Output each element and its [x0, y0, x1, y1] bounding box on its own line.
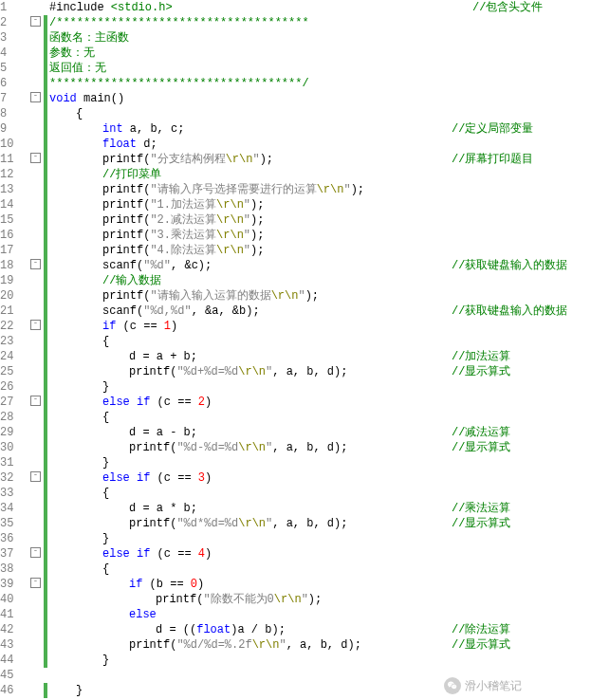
code-line[interactable]: d = a * b;//乘法运算: [47, 501, 591, 516]
line-number: 43: [0, 637, 30, 653]
line-number: 21: [0, 304, 30, 319]
line-number: 46: [0, 683, 30, 698]
inline-comment: //除法运算: [452, 622, 510, 637]
fold-toggle-icon[interactable]: -: [30, 319, 44, 334]
code-line[interactable]: 返回值：无: [47, 61, 591, 76]
line-number: 20: [0, 288, 30, 304]
code-line[interactable]: 函数名：主函数: [47, 30, 591, 46]
fold-gutter-cell: [30, 30, 44, 46]
fold-toggle-icon[interactable]: -: [30, 577, 44, 592]
code-line[interactable]: }: [47, 455, 591, 470]
code-line[interactable]: d = ((float)a / b);//除法运算: [47, 622, 591, 637]
line-number: 17: [0, 243, 30, 258]
fold-toggle-icon[interactable]: -: [30, 258, 44, 273]
code-line[interactable]: else if (c == 4): [47, 546, 591, 562]
code-line[interactable]: else: [47, 607, 591, 622]
line-number: 32: [0, 470, 30, 486]
line-number: 41: [0, 607, 30, 622]
code-line[interactable]: float d;: [47, 137, 591, 152]
line-number: 6: [0, 76, 30, 91]
inline-comment: //屏幕打印题目: [452, 152, 533, 167]
line-number: 1: [0, 0, 30, 15]
fold-gutter-cell: [30, 61, 44, 76]
code-line[interactable]: printf("3.乘法运算\r\n");: [47, 228, 591, 243]
code-line[interactable]: //打印菜单: [47, 167, 591, 182]
line-number: 42: [0, 622, 30, 637]
line-number: 16: [0, 228, 30, 243]
inline-comment: //显示算式: [452, 637, 510, 653]
line-number: 12: [0, 167, 30, 182]
wechat-icon: [444, 677, 461, 694]
line-number: 2: [0, 15, 30, 30]
fold-gutter-cell: [30, 637, 44, 653]
inline-comment: //包含头文件: [472, 0, 543, 15]
fold-toggle-icon[interactable]: -: [30, 470, 44, 486]
code-line[interactable]: }: [47, 653, 591, 668]
code-line[interactable]: {: [47, 106, 591, 121]
inline-comment: //显示算式: [452, 516, 510, 531]
fold-toggle-icon[interactable]: -: [30, 15, 44, 30]
fold-gutter: ---------: [30, 0, 44, 698]
code-line[interactable]: #include <stdio.h>//包含头文件: [47, 0, 591, 15]
fold-toggle-icon[interactable]: -: [30, 152, 44, 167]
code-line[interactable]: scanf("%d,%d", &a, &b);//获取键盘输入的数据: [47, 304, 591, 319]
code-line[interactable]: printf("分支结构例程\r\n");//屏幕打印题目: [47, 152, 591, 167]
line-number: 37: [0, 546, 30, 562]
line-number: 38: [0, 562, 30, 577]
code-line[interactable]: d = a + b;//加法运算: [47, 349, 591, 364]
inline-comment: //乘法运算: [452, 501, 510, 516]
fold-gutter-cell: [30, 364, 44, 379]
code-line[interactable]: printf("请输入序号选择需要进行的运算\r\n");: [47, 182, 591, 197]
code-line[interactable]: {: [47, 334, 591, 349]
code-line[interactable]: 参数：无: [47, 46, 591, 61]
fold-gutter-cell: [30, 668, 44, 683]
code-line[interactable]: if (b == 0): [47, 577, 591, 592]
code-line[interactable]: }: [47, 379, 591, 395]
fold-gutter-cell: [30, 683, 44, 698]
code-line[interactable]: printf("请输入输入运算的数据\r\n");: [47, 288, 591, 304]
code-line[interactable]: {: [47, 486, 591, 501]
code-line[interactable]: printf("%d+%d=%d\r\n", a, b, d);//显示算式: [47, 364, 591, 379]
code-line[interactable]: printf("4.除法运算\r\n");: [47, 243, 591, 258]
code-line[interactable]: *************************************/: [47, 76, 591, 91]
code-line[interactable]: printf("2.减法运算\r\n");: [47, 212, 591, 228]
code-line[interactable]: printf("1.加法运算\r\n");: [47, 197, 591, 212]
line-number: 40: [0, 592, 30, 607]
code-line[interactable]: printf("%d*%d=%d\r\n", a, b, d);//显示算式: [47, 516, 591, 531]
line-number: 39: [0, 577, 30, 592]
code-line[interactable]: }: [47, 531, 591, 546]
code-line[interactable]: void main(): [47, 91, 591, 106]
code-line[interactable]: printf("%d-%d=%d\r\n", a, b, d);//显示算式: [47, 440, 591, 455]
fold-gutter-cell: [30, 137, 44, 152]
code-line[interactable]: int a, b, c;//定义局部变量: [47, 121, 591, 137]
code-area[interactable]: #include <stdio.h>//包含头文件/**************…: [47, 0, 591, 698]
line-number: 4: [0, 46, 30, 61]
fold-gutter-cell: [30, 121, 44, 137]
code-line[interactable]: d = a - b;//减法运算: [47, 425, 591, 440]
fold-gutter-cell: [30, 106, 44, 121]
code-line[interactable]: {: [47, 410, 591, 425]
line-number: 29: [0, 425, 30, 440]
fold-toggle-icon[interactable]: -: [30, 91, 44, 106]
line-number: 30: [0, 440, 30, 455]
line-number: 45: [0, 668, 30, 683]
line-number: 19: [0, 273, 30, 288]
code-line[interactable]: printf("%d/%d=%.2f\r\n", a, b, d);//显示算式: [47, 637, 591, 653]
code-line[interactable]: scanf("%d", &c);//获取键盘输入的数据: [47, 258, 591, 273]
code-line[interactable]: else if (c == 2): [47, 395, 591, 410]
line-number: 36: [0, 531, 30, 546]
code-line[interactable]: {: [47, 562, 591, 577]
fold-gutter-cell: [30, 273, 44, 288]
line-number: 31: [0, 455, 30, 470]
line-number: 44: [0, 653, 30, 668]
fold-gutter-cell: [30, 440, 44, 455]
code-line[interactable]: /*************************************: [47, 15, 591, 30]
line-number: 3: [0, 30, 30, 46]
fold-toggle-icon[interactable]: -: [30, 395, 44, 410]
fold-toggle-icon[interactable]: -: [30, 546, 44, 562]
code-line[interactable]: //输入数据: [47, 273, 591, 288]
code-line[interactable]: if (c == 1): [47, 319, 591, 334]
fold-gutter-cell: [30, 531, 44, 546]
code-line[interactable]: else if (c == 3): [47, 470, 591, 486]
code-line[interactable]: printf("除数不能为0\r\n");: [47, 592, 591, 607]
